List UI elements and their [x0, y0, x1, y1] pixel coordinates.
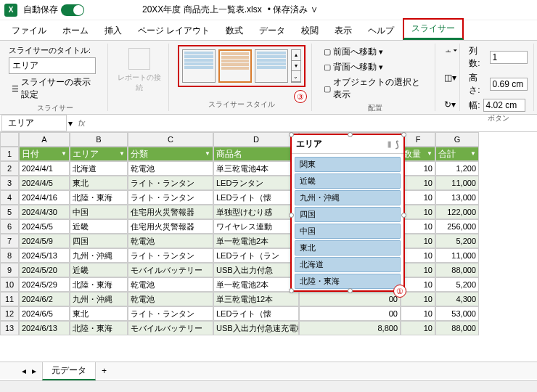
saved-status[interactable]: • 保存済み ∨	[268, 4, 318, 16]
fx-icon[interactable]: fx	[73, 118, 91, 128]
group-menu[interactable]: ◫▾	[444, 73, 454, 83]
cell[interactable]: 122,000	[435, 205, 479, 219]
cell[interactable]: 00	[299, 292, 401, 306]
table-row[interactable]: 32024/4/5東北ライト・ランタンLEDランタン001011,000	[0, 176, 537, 190]
cell[interactable]: 近畿	[70, 263, 128, 277]
cell[interactable]: 10	[401, 190, 435, 205]
cell[interactable]: 2024/5/20	[19, 263, 70, 277]
width-input[interactable]: 4.02 cm	[483, 99, 525, 112]
cell[interactable]: 2024/6/2	[19, 292, 70, 306]
cell[interactable]: ライト・ランタン	[128, 306, 213, 321]
multiselect-icon[interactable]: ⫴	[388, 139, 391, 150]
tab-formulas[interactable]: 数式	[218, 22, 250, 40]
cell[interactable]: 88,000	[435, 321, 479, 335]
table-row[interactable]: 52024/4/30中国住宅用火災警報器単独型けむり感0010122,000	[0, 205, 537, 219]
cell[interactable]: 単三乾電池4本	[213, 161, 299, 176]
cell[interactable]: 53,000	[435, 306, 479, 321]
slicer-title-input[interactable]: エリア	[9, 57, 96, 74]
cell[interactable]: 2024/6/5	[19, 306, 70, 321]
cell[interactable]: 北陸・東海	[70, 277, 128, 292]
cell[interactable]: モバイルバッテリー	[128, 263, 213, 277]
rotate-menu[interactable]: ↻▾	[444, 99, 454, 110]
header-cell[interactable]: 日付▼	[19, 147, 70, 161]
send-backward-button[interactable]: ▢ 背面へ移動 ▾	[321, 60, 429, 74]
tab-home[interactable]: ホーム	[55, 22, 96, 40]
cell[interactable]: USB入出力付急	[213, 263, 299, 277]
col-C[interactable]: C	[128, 132, 213, 147]
slicer-styles-gallery[interactable]: ▴▾⌄ ③	[178, 45, 306, 87]
cell[interactable]: 四国	[70, 234, 128, 248]
table-row[interactable]: 22024/4/1北海道乾電池単三乾電池4本20101,200	[0, 161, 537, 176]
slicer-item[interactable]: 関東	[295, 157, 401, 172]
header-cell[interactable]: 合計▼	[435, 147, 479, 161]
cell[interactable]: 11,000	[435, 248, 479, 263]
style-thumb-3[interactable]	[255, 49, 288, 83]
table-row[interactable]: 122024/6/5東北ライト・ランタンLEDライト（懐001053,000	[0, 306, 537, 321]
table-row[interactable]: 92024/5/20近畿モバイルバッテリーUSB入出力付急001088,000	[0, 263, 537, 277]
cell[interactable]: LEDランタン	[213, 176, 299, 190]
cell[interactable]: 8,800	[299, 321, 401, 335]
cell[interactable]: 乾電池	[128, 292, 213, 306]
table-row[interactable]: 132024/6/13北陸・東海モバイルバッテリーUSB入出力付急速充電機8,8…	[0, 321, 537, 335]
tab-nav-prev[interactable]: ◂	[22, 366, 26, 376]
style-more-dropdown[interactable]: ▴▾⌄	[291, 49, 301, 83]
cell[interactable]: LEDライト（懐	[213, 190, 299, 205]
col-D[interactable]: D	[213, 132, 299, 147]
table-row[interactable]: 82024/5/13九州・沖縄ライト・ランタンLEDライト（ラン001011,0…	[0, 248, 537, 263]
cols-input[interactable]: 1	[490, 51, 528, 64]
cell[interactable]: 住宅用火災警報器	[128, 205, 213, 219]
autosave[interactable]: 自動保存 オン	[23, 4, 78, 16]
add-sheet-button[interactable]: +	[102, 366, 107, 376]
cell[interactable]: 2024/4/16	[19, 190, 70, 205]
style-thumb-2[interactable]	[218, 49, 252, 83]
tab-review[interactable]: 校閲	[294, 22, 326, 40]
name-box[interactable]: エリア	[1, 115, 67, 131]
cell[interactable]: 1,200	[435, 161, 479, 176]
cell[interactable]: 住宅用火災警報器	[128, 219, 213, 234]
cell[interactable]: 00	[299, 306, 401, 321]
cell[interactable]: 東北	[70, 306, 128, 321]
cell[interactable]: 北海道	[70, 161, 128, 176]
select-all-corner[interactable]	[0, 132, 19, 147]
cell[interactable]: 東北	[70, 176, 128, 190]
height-input[interactable]: 0.69 cm	[490, 78, 528, 91]
tab-nav-next[interactable]: ▸	[32, 366, 36, 376]
tab-help[interactable]: ヘルプ	[361, 22, 401, 40]
cell[interactable]: 九州・沖縄	[70, 248, 128, 263]
cell[interactable]: 2024/6/13	[19, 321, 70, 335]
slicer-item[interactable]: 北陸・東海	[295, 274, 401, 289]
slicer-item[interactable]: 近畿	[295, 173, 401, 189]
slicer-item[interactable]: 九州・沖縄	[295, 190, 401, 205]
cell[interactable]: 4,300	[435, 292, 479, 306]
align-menu[interactable]: ⫠▾	[444, 45, 454, 55]
cell[interactable]: 乾電池	[128, 234, 213, 248]
cell[interactable]: 単一乾電池2本	[213, 234, 299, 248]
cell[interactable]: 10	[401, 176, 435, 190]
slicer-item[interactable]: 四国	[295, 207, 401, 222]
style-thumb-1[interactable]	[182, 49, 216, 83]
cell[interactable]: 2024/5/5	[19, 219, 70, 234]
cell[interactable]: LEDライト（ラン	[213, 248, 299, 263]
cell[interactable]: 10	[401, 263, 435, 277]
table-row[interactable]: 72024/5/9四国乾電池単一乾電池2本20105,200	[0, 234, 537, 248]
cell[interactable]: 北陸・東海	[70, 321, 128, 335]
tab-data[interactable]: データ	[252, 22, 292, 40]
cell[interactable]: 5,200	[435, 234, 479, 248]
cell[interactable]: 5,200	[435, 277, 479, 292]
cell[interactable]: ワイヤレス連動	[213, 219, 299, 234]
slicer-item[interactable]: 東北	[295, 240, 401, 256]
cell[interactable]: 88,000	[435, 263, 479, 277]
cell[interactable]: USB入出力付急速充電機	[213, 321, 299, 335]
cell[interactable]: 九州・沖縄	[70, 292, 128, 306]
tab-view[interactable]: 表示	[327, 22, 359, 40]
worksheet[interactable]: A B C D E F G 1日付▼エリア▼分類▼商品名▼▼数量▼合計▼2202…	[0, 132, 537, 335]
cell[interactable]: 10	[401, 234, 435, 248]
col-A[interactable]: A	[19, 132, 70, 147]
table-row[interactable]: 42024/4/16北陸・東海ライト・ランタンLEDライト（懐001013,00…	[0, 190, 537, 205]
cell[interactable]: 中国	[70, 205, 128, 219]
header-cell[interactable]: 商品名▼	[213, 147, 299, 161]
header-cell[interactable]: 数量▼	[401, 147, 435, 161]
tab-insert[interactable]: 挿入	[97, 22, 129, 40]
cell[interactable]: 2024/5/13	[19, 248, 70, 263]
cell[interactable]: 北陸・東海	[70, 190, 128, 205]
